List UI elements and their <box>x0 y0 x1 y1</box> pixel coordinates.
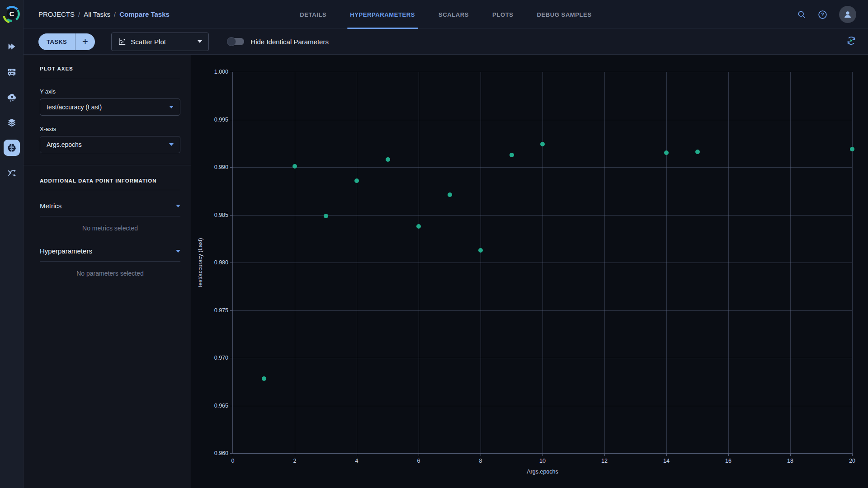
x-axis-value: Args.epochs <box>47 141 169 148</box>
y-tick-mark <box>230 167 233 168</box>
sidebar-item-autoscalers[interactable] <box>4 89 20 105</box>
auto-refresh-icon[interactable] <box>845 35 857 48</box>
chevron-down-icon <box>169 143 174 146</box>
breadcrumb: PROJECTS / All Tasks / Compare Tasks <box>24 10 170 18</box>
plot-settings-panel: PLOT AXES Y-axis test/accuracy (Last) X-… <box>24 55 191 488</box>
hyperparameters-label: Hyperparameters <box>40 247 176 255</box>
y-axis-select[interactable]: test/accuracy (Last) <box>40 99 180 116</box>
y-tick-label: 0.960 <box>214 450 228 456</box>
y-tick-label: 0.965 <box>214 403 228 409</box>
datasets-icon <box>7 117 17 127</box>
y-gridline <box>233 167 852 168</box>
y-gridline <box>233 263 852 263</box>
main-tabs: DETAILS HYPERPARAMETERS SCALARS PLOTS DE… <box>300 0 591 29</box>
sidebar-item-experiments[interactable] <box>4 140 20 156</box>
y-tick-label: 0.995 <box>214 117 228 123</box>
y-tick-label: 0.990 <box>214 164 228 170</box>
experiments-brain-icon <box>6 142 17 153</box>
hide-identical-toggle-wrap[interactable]: Hide Identical Parameters <box>228 38 329 46</box>
tab-plots[interactable]: PLOTS <box>492 0 513 29</box>
y-gridline <box>233 72 852 72</box>
hyperparameters-empty-state: No parameters selected <box>40 270 180 277</box>
y-tick-mark <box>230 453 233 454</box>
svg-text:C: C <box>9 10 14 18</box>
metrics-expander[interactable]: Metrics <box>40 202 180 210</box>
clearml-logo[interactable]: C <box>0 0 24 29</box>
add-tasks-button[interactable]: + <box>75 33 95 50</box>
y-tick-mark <box>230 120 233 120</box>
divider <box>40 190 180 190</box>
help-icon[interactable]: ? <box>818 10 827 19</box>
plot-type-select[interactable]: Scatter Plot <box>111 33 209 51</box>
plot-axes-title: PLOT AXES <box>40 66 180 71</box>
data-point[interactable] <box>354 178 359 183</box>
sidebar-item-projects[interactable] <box>4 38 20 55</box>
y-gridline <box>233 453 852 454</box>
chevron-down-icon <box>198 40 202 43</box>
breadcrumb-separator: / <box>114 10 116 18</box>
x-tick-label: 18 <box>787 458 793 464</box>
sidebar-item-datasets[interactable] <box>4 114 20 131</box>
data-point[interactable] <box>448 192 452 197</box>
data-point[interactable] <box>850 147 854 151</box>
x-axis-title: Args.epochs <box>527 469 558 475</box>
data-point[interactable] <box>262 376 266 381</box>
user-avatar[interactable] <box>839 6 856 23</box>
breadcrumb-compare-tasks: Compare Tasks <box>119 10 170 18</box>
chevron-down-icon <box>176 250 180 253</box>
data-point[interactable] <box>664 150 669 155</box>
tab-hyperparameters[interactable]: HYPERPARAMETERS <box>350 0 415 29</box>
x-tick-label: 8 <box>479 458 482 464</box>
x-tick-label: 0 <box>231 458 235 464</box>
x-axis-select[interactable]: Args.epochs <box>40 136 180 153</box>
sidebar-item-pipelines[interactable] <box>4 165 20 181</box>
y-tick-label: 0.970 <box>214 355 228 361</box>
y-tick-label: 0.985 <box>214 212 228 218</box>
data-point[interactable] <box>478 248 483 253</box>
x-tick-label: 10 <box>539 458 546 464</box>
section-divider <box>24 165 191 165</box>
tasks-split-button[interactable]: TASKS + <box>38 33 95 50</box>
hide-identical-toggle[interactable] <box>228 38 244 45</box>
breadcrumb-projects[interactable]: PROJECTS <box>38 10 75 18</box>
y-tick-mark <box>230 358 233 358</box>
person-icon <box>843 9 853 19</box>
plot-type-value: Scatter Plot <box>131 38 193 46</box>
plot-area: Args.epochs test/accuracy (Last) 0246810… <box>232 72 852 454</box>
y-axis-label: Y-axis <box>40 88 180 95</box>
hyperparameters-expander[interactable]: Hyperparameters <box>40 247 180 255</box>
cloud-autoscaler-icon <box>6 92 17 103</box>
data-point[interactable] <box>540 142 545 146</box>
data-point[interactable] <box>509 153 514 157</box>
workers-queues-icon <box>7 67 17 77</box>
data-point[interactable] <box>292 164 297 169</box>
x-gridline <box>852 72 853 453</box>
tab-scalars[interactable]: SCALARS <box>439 0 469 29</box>
sidebar-item-workers-queues[interactable] <box>4 64 20 80</box>
x-tick-mark <box>852 453 853 456</box>
y-tick-mark <box>230 310 233 311</box>
data-point[interactable] <box>695 150 700 154</box>
tasks-button-label[interactable]: TASKS <box>38 33 75 50</box>
breadcrumb-all-tasks[interactable]: All Tasks <box>84 10 110 18</box>
x-tick-label: 2 <box>293 458 297 464</box>
y-tick-mark <box>230 406 233 406</box>
x-tick-label: 20 <box>849 458 855 464</box>
tab-debug-samples[interactable]: DEBUG SAMPLES <box>537 0 591 29</box>
data-point[interactable] <box>324 214 328 218</box>
projects-icon <box>7 42 17 52</box>
clearml-logo-icon: C <box>2 5 21 24</box>
app-header: PROJECTS / All Tasks / Compare Tasks DET… <box>24 0 868 29</box>
pipelines-icon <box>6 168 17 178</box>
search-icon[interactable] <box>797 10 806 19</box>
y-axis-title: test/accuracy (Last) <box>197 238 203 287</box>
data-point[interactable] <box>416 224 421 229</box>
data-point[interactable] <box>386 157 390 162</box>
chevron-down-icon <box>169 106 174 108</box>
y-gridline <box>233 120 852 120</box>
tab-details[interactable]: DETAILS <box>300 0 326 29</box>
breadcrumb-separator: / <box>78 10 80 18</box>
metrics-label: Metrics <box>40 202 176 210</box>
scatter-chart-panel: Args.epochs test/accuracy (Last) 0246810… <box>192 55 868 488</box>
y-axis-value: test/accuracy (Last) <box>47 103 169 111</box>
